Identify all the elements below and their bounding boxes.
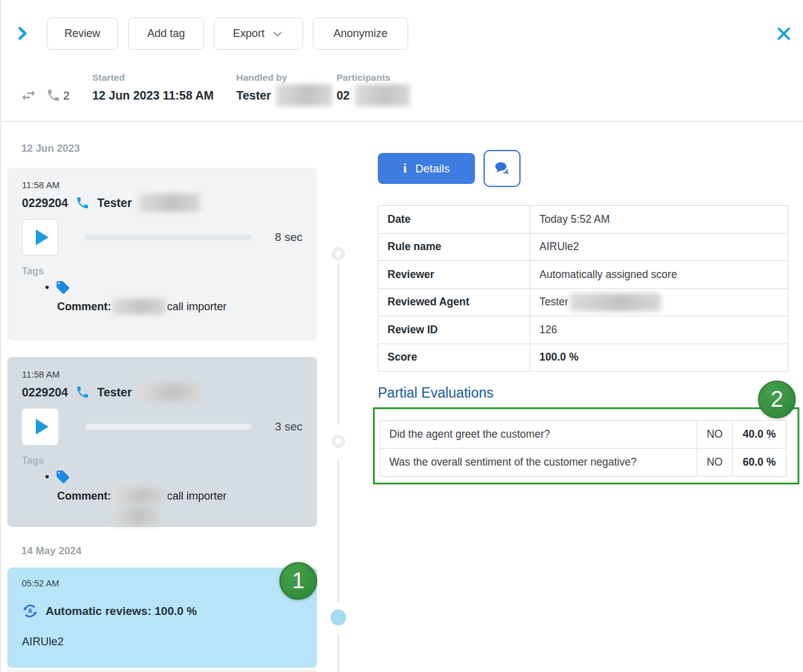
add-tag-button[interactable]: Add tag (128, 18, 204, 50)
call-duration: 3 sec (275, 420, 302, 433)
chevron-down-icon (271, 27, 284, 41)
redacted-reviewed-agent (570, 293, 661, 311)
tags-label: Tags (22, 455, 302, 466)
redacted-comment (112, 299, 166, 314)
evaluation-question: Did the agent greet the customer? (380, 421, 697, 448)
redacted-agent-name (139, 383, 200, 401)
timeline-rail (337, 460, 340, 603)
row-label: Review ID (378, 316, 530, 344)
call-number: 0229204 (22, 196, 68, 210)
anonymize-button[interactable]: Anonymize (313, 18, 408, 50)
table-row: Score 100.0 % (378, 344, 788, 372)
redacted-handled-by (276, 84, 332, 106)
swap-horizontal-icon (20, 87, 37, 104)
evaluation-question: Was the overall sentiment of the custome… (380, 449, 697, 476)
redacted-agent-name (139, 194, 200, 212)
details-button[interactable]: i Details (378, 153, 475, 184)
timeline-node (332, 247, 345, 260)
call-card-selected[interactable]: 11:58 AM 0229204 Tester 3 sec Tags • Com… (7, 357, 317, 527)
partial-evaluations-table: Did the agent greet the customer? NO 40.… (380, 420, 787, 477)
phone-icon (46, 88, 61, 103)
handled-by-label: Handled by (236, 72, 287, 83)
evaluation-score: 60.0 % (733, 449, 786, 476)
auto-review-card[interactable]: 05:52 AM A Automatic reviews: 100.0 % AI… (7, 568, 317, 668)
timeline-rail (337, 633, 340, 672)
audio-progress-bar[interactable] (85, 234, 251, 240)
phone-icon (75, 385, 90, 399)
table-row: Was the overall sentiment of the custome… (380, 449, 786, 477)
timeline-date-group: 12 Jun 2023 (21, 143, 80, 155)
tag-icon (55, 469, 70, 484)
call-time: 11:58 AM (22, 369, 302, 379)
started-label: Started (92, 72, 125, 83)
partial-evaluations-heading: Partial Evaluations (378, 385, 494, 401)
table-row: Reviewer Automatically assigned score (378, 261, 788, 289)
auto-review-title: Automatic reviews: 100.0 % (46, 605, 197, 618)
annotation-step-2-badge: 2 (758, 381, 796, 418)
evaluation-answer: NO (697, 421, 733, 448)
handled-by-value: Tester (236, 89, 271, 103)
annotation-step-1-badge: 1 (279, 562, 317, 600)
tags-label: Tags (22, 266, 302, 277)
call-detail-panel: Review Add tag Export Anonymize 2 Starte… (0, 0, 803, 672)
anonymize-button-label: Anonymize (333, 27, 388, 40)
tag-bullet: • (45, 470, 49, 484)
evaluation-score: 40.0 % (733, 421, 786, 448)
play-button[interactable] (22, 219, 58, 256)
timeline-node-active (330, 609, 346, 625)
comment-text: call importer (167, 490, 227, 502)
export-button[interactable]: Export (214, 18, 303, 50)
row-value: 100.0 % (530, 344, 788, 372)
row-label: Rule name (378, 234, 530, 261)
row-value: 126 (530, 316, 788, 344)
started-value: 12 Jun 2023 11:58 AM (92, 89, 214, 103)
play-button[interactable] (22, 409, 58, 445)
chat-bubbles-icon (493, 160, 512, 178)
table-row: Reviewed Agent Tester (378, 289, 788, 317)
table-row: Did the agent greet the customer? NO 40.… (380, 421, 786, 449)
next-card-edge (7, 670, 317, 672)
agent-name: Tester (97, 196, 132, 210)
timeline-date-group: 14 May 2024 (21, 545, 81, 557)
close-icon (776, 26, 791, 41)
redacted-participants (355, 84, 410, 106)
redacted-comment-extra (113, 506, 159, 526)
reviewed-agent-value: Tester (539, 296, 569, 308)
agent-name: Tester (97, 385, 132, 399)
comment-text: call importer (167, 300, 227, 313)
tag-icon (55, 280, 70, 295)
review-details-table: Date Today 5:52 AM Rule name AIRUle2 Rev… (378, 205, 788, 372)
auto-review-icon: A (22, 603, 38, 619)
svg-text:A: A (28, 607, 33, 614)
row-value: Automatically assigned score (530, 261, 788, 288)
info-icon: i (403, 162, 407, 175)
timeline-rail (337, 262, 340, 425)
review-button-label: Review (64, 27, 100, 40)
play-icon (36, 229, 49, 245)
evaluation-answer: NO (697, 449, 733, 476)
table-row: Rule name AIRUle2 (378, 234, 788, 262)
phone-icon (75, 195, 90, 210)
header-divider (1, 121, 803, 122)
participants-label: Participants (337, 72, 391, 83)
table-row: Date Today 5:52 AM (378, 206, 788, 234)
audio-progress-bar[interactable] (85, 424, 251, 430)
redacted-comment (112, 488, 166, 504)
call-time: 11:58 AM (22, 180, 302, 190)
row-label: Reviewed Agent (378, 289, 530, 316)
review-button[interactable]: Review (47, 18, 118, 50)
play-icon (36, 419, 49, 435)
call-count: 2 (63, 89, 70, 103)
comment-label: Comment: (57, 300, 111, 313)
close-button[interactable] (776, 26, 791, 43)
expand-panel-button[interactable] (14, 25, 30, 44)
row-label: Date (378, 206, 530, 233)
row-value: AIRUle2 (530, 234, 788, 261)
comment-label: Comment: (57, 490, 111, 502)
comment-button[interactable] (484, 150, 521, 187)
review-time: 05:52 AM (22, 579, 302, 588)
tag-bullet: • (45, 280, 49, 294)
call-card[interactable]: 11:58 AM 0229204 Tester 8 sec Tags • Com… (7, 168, 317, 341)
auto-review-rule: AIRUle2 (22, 635, 302, 648)
call-duration: 8 sec (275, 231, 302, 244)
